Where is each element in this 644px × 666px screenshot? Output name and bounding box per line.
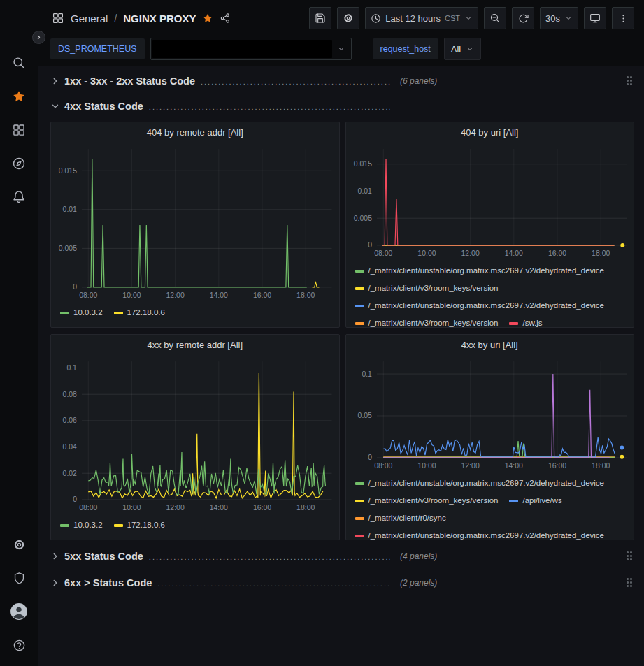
cycle-view-mode-button[interactable] xyxy=(584,7,606,29)
legend-item[interactable]: /_matrix/client/v3/room_keys/version xyxy=(355,492,499,509)
legend-series-label: /_matrix/client/unstable/org.matrix.msc2… xyxy=(368,262,605,280)
time-range-picker[interactable]: Last 12 hours CST xyxy=(365,7,478,29)
legend-item[interactable]: /_matrix/client/v3/room_keys/version xyxy=(355,314,499,327)
panel-title[interactable]: 4xx by remote addr [All] xyxy=(51,335,339,354)
row-drag-handle[interactable] xyxy=(627,551,633,561)
panel-404-by-uri: 404 by uri [All] 08:0010:0012:0014:0016:… xyxy=(345,122,635,328)
chart-404-by-uri[interactable]: 08:0010:0012:0014:0016:0018:0000.0050.01… xyxy=(346,142,634,261)
compass-icon xyxy=(12,157,26,171)
row-drag-handle[interactable] xyxy=(627,76,633,86)
row-drag-handle[interactable] xyxy=(627,578,633,588)
legend-series-label: /_matrix/client/unstable/org.matrix.msc2… xyxy=(368,297,605,314)
x-axis-label: 14:00 xyxy=(504,249,522,257)
legend-item[interactable]: 172.18.0.6 xyxy=(114,516,165,534)
row-1xx-3xx-2xx[interactable]: 1xx - 3xx - 2xx Status Code ............… xyxy=(50,71,634,91)
x-axis-label: 18:00 xyxy=(592,462,610,470)
share-icon[interactable] xyxy=(220,13,231,24)
legend-item[interactable]: /_matrix/client/unstable/org.matrix.msc2… xyxy=(355,262,605,280)
gear-icon xyxy=(13,538,26,551)
variable-label-ds-prometheus[interactable]: DS_PROMETHEUS xyxy=(50,38,145,59)
row-4xx[interactable]: 4xx Status Code ........................… xyxy=(50,96,634,116)
legend-item[interactable]: /_matrix/client/v3/room_keys/version xyxy=(355,280,499,297)
row-title: 4xx Status Code xyxy=(64,101,143,112)
sidebar-item-explore[interactable] xyxy=(0,147,38,180)
chevron-right-icon xyxy=(50,551,60,561)
breadcrumb: General / NGINX PROXY xyxy=(52,12,303,24)
dashboard-settings-button[interactable] xyxy=(337,7,359,29)
legend-row: /_matrix/client/unstable/org.matrix.msc2… xyxy=(355,527,627,540)
sidebar-item-search[interactable] xyxy=(0,46,38,80)
x-axis-label: 14:00 xyxy=(210,504,228,512)
sidebar-item-alerting[interactable] xyxy=(0,180,38,214)
row-leader-dots: ........................................… xyxy=(149,553,390,561)
breadcrumb-section[interactable]: General xyxy=(71,13,108,24)
legend-row: /_matrix/client/v3/room_keys/version/api… xyxy=(355,492,627,509)
panel-title[interactable]: 404 by uri [All] xyxy=(346,122,634,142)
row-leader-dots: ........................................… xyxy=(157,579,390,588)
help-icon xyxy=(13,639,26,652)
y-axis-label: 0 xyxy=(73,495,77,503)
legend-row: /_matrix/client/r0/sync xyxy=(355,509,627,527)
sidebar-item-starred[interactable] xyxy=(0,80,38,113)
legend-item[interactable]: /_matrix/client/unstable/org.matrix.msc2… xyxy=(355,527,605,540)
series-line xyxy=(383,437,615,457)
x-axis-label: 10:00 xyxy=(417,462,436,470)
toolbar: Last 12 hours CST 30s xyxy=(309,7,634,29)
legend-row: /_matrix/client/unstable/org.matrix.msc2… xyxy=(355,297,627,314)
y-axis-label: 0.08 xyxy=(63,391,78,398)
x-axis-label: 12:00 xyxy=(166,291,185,299)
shield-icon xyxy=(13,572,26,585)
row-title: 1xx - 3xx - 2xx Status Code xyxy=(64,75,195,87)
legend-item[interactable]: /_matrix/client/r0/sync xyxy=(355,509,446,527)
chart-404-by-remote-addr[interactable]: 08:0010:0012:0014:0016:0018:0000.0050.01… xyxy=(51,142,339,303)
bell-icon xyxy=(12,190,26,204)
more-options-button[interactable] xyxy=(612,7,634,29)
panel-title[interactable]: 404 by remote addr [All] xyxy=(51,122,339,142)
legend-item[interactable]: 10.0.3.2 xyxy=(60,304,103,321)
dashboards-grid-icon xyxy=(12,123,26,137)
x-axis-label: 08:00 xyxy=(79,504,97,512)
grafana-app: General / NGINX PROXY Last 12 hours CST xyxy=(0,0,644,666)
chart-4xx-by-remote-addr[interactable]: 08:0010:0012:0014:0016:0018:0000.020.040… xyxy=(51,354,339,515)
sidebar-item-profile[interactable] xyxy=(0,595,38,628)
sidebar-expand-button[interactable] xyxy=(32,31,45,44)
legend-item[interactable]: /_matrix/client/unstable/org.matrix.msc2… xyxy=(355,475,605,492)
y-axis-label: 0.04 xyxy=(63,443,78,451)
request-host-select[interactable]: All xyxy=(444,38,481,60)
panels-row-2: 4xx by remote addr [All] 08:0010:0012:00… xyxy=(50,334,634,540)
legend-item[interactable]: 172.18.0.6 xyxy=(114,304,165,321)
sidebar-item-help[interactable] xyxy=(0,628,38,662)
sidebar-item-server-admin[interactable] xyxy=(0,561,38,595)
legend-series-label: /_matrix/client/v3/room_keys/version xyxy=(368,492,499,509)
legend-item[interactable]: /api/live/ws xyxy=(509,492,561,509)
row-6xx[interactable]: 6xx > Status Code ......................… xyxy=(50,573,634,593)
dashboard-content: 1xx - 3xx - 2xx Status Code ............… xyxy=(38,66,644,666)
row-5xx[interactable]: 5xx Status Code ........................… xyxy=(50,546,634,566)
legend-row: /_matrix/client/v3/room_keys/version xyxy=(355,280,627,297)
save-dashboard-button[interactable] xyxy=(309,7,331,29)
legend-series-marker xyxy=(114,524,123,527)
row-title: 6xx > Status Code xyxy=(64,577,152,588)
y-axis-label: 0.015 xyxy=(353,160,371,168)
favorite-star-icon[interactable] xyxy=(202,13,213,24)
legend-series-marker xyxy=(60,312,69,314)
sidebar-item-dashboards[interactable] xyxy=(0,113,38,147)
legend-row: 10.0.3.2172.18.0.6 xyxy=(60,304,332,321)
refresh-button[interactable] xyxy=(512,7,534,29)
legend-item[interactable]: /sw.js xyxy=(509,314,542,327)
legend-series-marker xyxy=(355,270,364,273)
datasource-select[interactable] xyxy=(150,38,352,60)
chart-4xx-by-uri[interactable]: 08:0010:0012:0014:0016:0018:0000.050.1 xyxy=(346,354,634,473)
legend-item[interactable]: /_matrix/client/unstable/org.matrix.msc2… xyxy=(355,297,605,314)
legend-item[interactable]: 10.0.3.2 xyxy=(60,516,103,534)
refresh-interval-dropdown[interactable]: 30s xyxy=(540,7,578,29)
legend-series-label: /sw.js xyxy=(522,314,542,327)
variable-label-request-host[interactable]: request_host xyxy=(373,38,438,59)
legend: /_matrix/client/unstable/org.matrix.msc2… xyxy=(346,473,634,540)
x-axis-label: 18:00 xyxy=(296,504,315,512)
refresh-interval-label: 30s xyxy=(545,13,560,24)
panel-title[interactable]: 4xx by uri [All] xyxy=(346,335,634,354)
zoom-out-button[interactable] xyxy=(484,7,506,29)
kebab-menu-icon xyxy=(618,13,629,24)
sidebar-item-configuration[interactable] xyxy=(0,528,38,561)
